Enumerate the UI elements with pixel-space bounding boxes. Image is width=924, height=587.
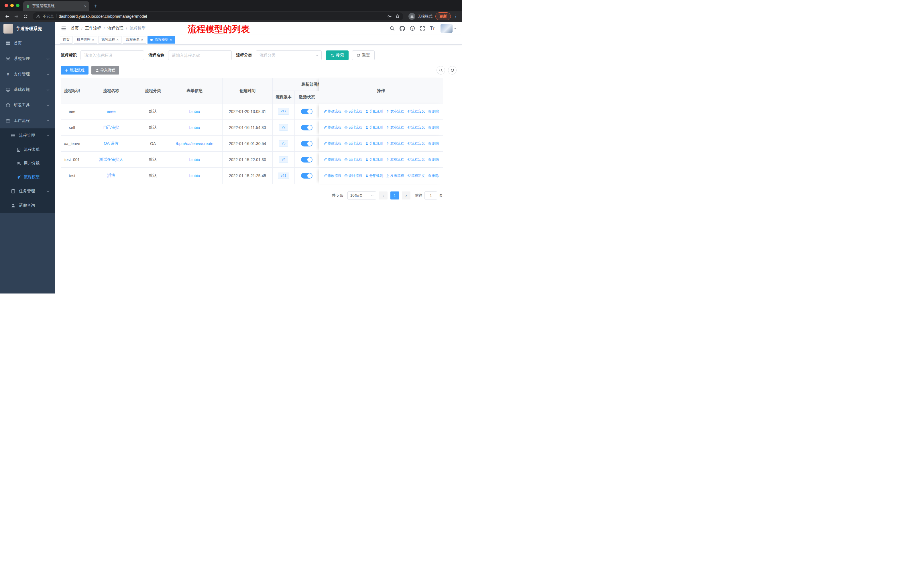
hamburger-icon[interactable] [61,26,66,31]
action-delete-link[interactable]: 删除 [428,174,439,178]
action-publish-link[interactable]: 发布流程 [386,125,404,130]
form-info-link[interactable]: biubiu [189,174,200,178]
page-1-button[interactable]: 1 [390,192,399,200]
action-modify-link[interactable]: 修改流程 [323,157,342,162]
action-definition-link[interactable]: 流程定义 [407,125,425,130]
tag-process-model[interactable]: 流程模型× [147,36,175,43]
action-assign-rule-link[interactable]: 分配规则 [365,109,383,114]
tab-close-icon[interactable]: × [84,4,86,8]
close-icon[interactable]: × [170,38,172,41]
next-page-button[interactable]: › [402,192,411,200]
back-button[interactable] [3,12,12,21]
action-definition-link[interactable]: 流程定义 [407,174,425,178]
action-delete-link[interactable]: 删除 [428,109,439,114]
version-tag[interactable]: v5 [279,140,289,147]
import-process-button[interactable]: 导入流程 [91,66,119,74]
action-design-link[interactable]: 设计流程 [344,125,362,130]
sidebar-item-system[interactable]: 系统管理 [0,51,55,66]
app-logo[interactable]: 芋道管理系统 [0,22,55,36]
update-browser-button[interactable]: 更新 [436,12,451,20]
sidebar-item-home[interactable]: 首页 [0,36,55,51]
version-tag[interactable]: v21 [278,172,289,179]
active-toggle[interactable] [301,109,312,114]
active-toggle[interactable] [301,125,312,131]
action-assign-rule-link[interactable]: 分配规则 [365,125,383,130]
minimize-window-button[interactable] [10,4,14,7]
close-icon[interactable]: × [92,38,94,41]
toggle-search-button[interactable] [437,66,445,74]
browser-tab[interactable]: 芋道管理系统 × [23,1,89,11]
process-name-link[interactable]: 滔博 [107,173,115,178]
font-size-icon[interactable]: TT [430,26,434,31]
sidebar-item-infrastructure[interactable]: 基础设施 [0,82,55,98]
process-name-link[interactable]: 自己审批 [103,125,119,129]
sidebar-item-payment[interactable]: ¥ 支付管理 [0,66,55,82]
sidebar-item-devtools[interactable]: 研发工具 [0,98,55,113]
close-window-button[interactable] [5,4,8,7]
sidebar-item-workflow[interactable]: 工作流程 [0,113,55,128]
refresh-table-button[interactable] [448,66,457,74]
tag-home[interactable]: 首页 [60,36,73,43]
browser-menu-icon[interactable]: ⋮ [454,14,458,19]
goto-page-input[interactable] [424,192,437,200]
action-publish-link[interactable]: 发布流程 [386,174,404,178]
active-toggle[interactable] [301,157,312,162]
action-delete-link[interactable]: 删除 [428,157,439,162]
process-category-select[interactable]: 流程分类 [256,50,322,60]
action-definition-link[interactable]: 流程定义 [407,109,425,114]
search-icon[interactable] [389,26,395,31]
version-tag[interactable]: v2 [279,124,289,131]
action-publish-link[interactable]: 发布流程 [386,109,404,114]
address-bar[interactable]: 不安全 dashboard.yudao.iocoder.cn/bpm/manag… [33,12,403,20]
action-design-link[interactable]: 设计流程 [344,109,362,114]
help-icon[interactable]: ? [410,26,415,31]
forward-button[interactable] [12,12,21,21]
action-definition-link[interactable]: 流程定义 [407,157,425,162]
action-assign-rule-link[interactable]: 分配规则 [365,141,383,146]
form-info-link[interactable]: /bpm/oa/leave/create [176,141,213,146]
tag-tenant-management[interactable]: 租户管理× [74,36,97,43]
action-assign-rule-link[interactable]: 分配规则 [365,174,383,178]
form-info-link[interactable]: biubiu [189,157,200,162]
page-size-select[interactable]: 10条/页 [347,192,376,200]
version-tag[interactable]: v4 [279,156,289,162]
action-assign-rule-link[interactable]: 分配规则 [365,157,383,162]
process-name-input[interactable] [168,50,232,60]
active-toggle[interactable] [301,141,312,147]
bookmark-star-icon[interactable] [395,14,400,19]
close-icon[interactable]: × [117,38,119,41]
action-design-link[interactable]: 设计流程 [344,157,362,162]
action-modify-link[interactable]: 修改流程 [323,174,342,178]
tag-my-process[interactable]: 我的流程× [99,36,122,43]
search-button[interactable]: 搜索 [326,50,348,60]
action-delete-link[interactable]: 删除 [428,141,439,146]
form-info-link[interactable]: biubiu [189,109,200,114]
sidebar-item-process-management[interactable]: 流程管理 [0,128,55,143]
reset-button[interactable]: 重置 [352,50,375,60]
breadcrumb-process-management[interactable]: 流程管理 [107,26,124,31]
tag-process-form[interactable]: 流程表单× [123,36,146,43]
password-key-icon[interactable] [387,14,392,19]
active-toggle[interactable] [301,173,312,179]
form-info-link[interactable]: biubiu [189,125,200,130]
fullscreen-icon[interactable] [420,26,425,31]
user-avatar-menu[interactable] [441,24,456,33]
action-design-link[interactable]: 设计流程 [344,174,362,178]
sidebar-item-leave-query[interactable]: 请假查询 [0,198,55,213]
sidebar-item-process-form[interactable]: 流程表单 [0,143,55,157]
incognito-profile-chip[interactable]: 无痕模式 [408,13,432,20]
maximize-window-button[interactable] [16,4,20,7]
process-name-link[interactable]: 测试多审批人 [99,157,123,162]
sidebar-item-user-group[interactable]: 用户分组 [0,157,55,170]
reload-button[interactable] [21,12,30,21]
new-tab-button[interactable]: + [92,2,100,10]
process-name-link[interactable]: eeee [107,109,116,114]
action-modify-link[interactable]: 修改流程 [323,141,342,146]
create-process-button[interactable]: 新建流程 [61,66,89,74]
process-id-input[interactable] [81,50,144,60]
action-design-link[interactable]: 设计流程 [344,141,362,146]
action-publish-link[interactable]: 发布流程 [386,157,404,162]
prev-page-button[interactable]: ‹ [379,192,388,200]
sidebar-item-process-model[interactable]: 流程模型 [0,170,55,184]
breadcrumb-home[interactable]: 首页 [71,26,79,31]
